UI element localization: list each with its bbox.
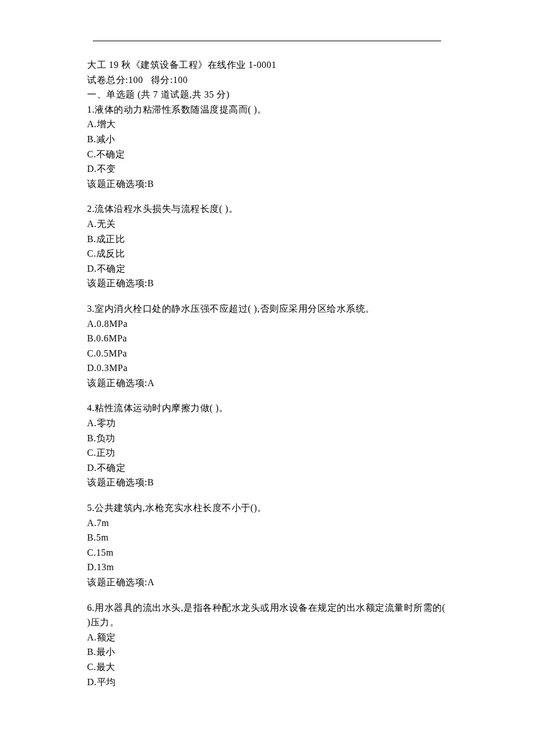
question-option: B.负功 [87, 431, 447, 446]
question-option: A.零功 [87, 416, 447, 431]
answer-line: 该题正确选项:A [87, 376, 447, 391]
question-option: D.不确定 [87, 460, 447, 476]
question-block: 4.粘性流体运动时内摩擦力做( )。 A.零功 B.负功 C.正功 D.不确定 … [87, 401, 447, 490]
question-stem: 1.液体的动力粘滞性系数随温度提高而( )。 [87, 102, 447, 117]
answer-line: 该题正确选项:A [87, 575, 447, 590]
question-option: D.13m [87, 560, 447, 575]
question-option: B.0.6MPa [87, 331, 447, 346]
question-stem: 2.流体沿程水头损失与流程长度( )。 [87, 201, 447, 217]
question-option: B.减小 [87, 132, 447, 147]
question-option: D.不变 [87, 161, 447, 177]
top-rule [93, 41, 441, 41]
question-option: A.7m [87, 516, 447, 531]
question-option: B.最小 [87, 645, 447, 660]
answer-line: 该题正确选项:B [87, 475, 447, 490]
question-option: C.15m [87, 545, 447, 560]
question-option: B.5m [87, 530, 447, 545]
question-stem: 5.公共建筑内,水枪充实水柱长度不小于()。 [87, 501, 447, 516]
question-option: A.额定 [87, 630, 447, 645]
answer-line: 该题正确选项:B [87, 177, 447, 192]
score-line: 试卷总分:100 得分:100 [87, 73, 447, 88]
question-option: A.0.8MPa [87, 316, 447, 332]
document-page: 大工 19 秋《建筑设备工程》在线作业 1-0001 试卷总分:100 得分:1… [0, 0, 534, 756]
question-block: 3.室内消火栓口处的静水压强不应超过( ),否则应采用分区给水系统。 A.0.8… [87, 301, 447, 391]
question-option: D.不确定 [87, 261, 447, 276]
question-block: 5.公共建筑内,水枪充实水柱长度不小于()。 A.7m B.5m C.15m D… [87, 501, 447, 590]
question-option: C.最大 [87, 660, 447, 675]
question-option: A.无关 [87, 217, 447, 232]
question-option: D.0.3MPa [87, 361, 447, 376]
question-option: C.0.5MPa [87, 346, 447, 361]
header-block: 大工 19 秋《建筑设备工程》在线作业 1-0001 试卷总分:100 得分:1… [87, 57, 447, 191]
answer-line: 该题正确选项:B [87, 276, 447, 291]
section-title: 一、单选题 (共 7 道试题,共 35 分) [87, 87, 447, 102]
question-option: C.不确定 [87, 147, 447, 162]
question-stem: 4.粘性流体运动时内摩擦力做( )。 [87, 401, 447, 416]
question-block: 2.流体沿程水头损失与流程长度( )。 A.无关 B.成正比 C.成反比 D.不… [87, 201, 447, 291]
exam-title: 大工 19 秋《建筑设备工程》在线作业 1-0001 [87, 57, 447, 73]
question-stem: 6.用水器具的流出水头,是指各种配水龙头或用水设备在规定的出水额定流量时所需的(… [87, 600, 447, 630]
question-option: C.成反比 [87, 246, 447, 261]
question-option: D.平均 [87, 675, 447, 690]
question-option: C.正功 [87, 445, 447, 460]
question-option: B.成正比 [87, 232, 447, 247]
question-option: A.增大 [87, 117, 447, 132]
question-block: 6.用水器具的流出水头,是指各种配水龙头或用水设备在规定的出水额定流量时所需的(… [87, 600, 447, 690]
question-stem: 3.室内消火栓口处的静水压强不应超过( ),否则应采用分区给水系统。 [87, 301, 447, 316]
